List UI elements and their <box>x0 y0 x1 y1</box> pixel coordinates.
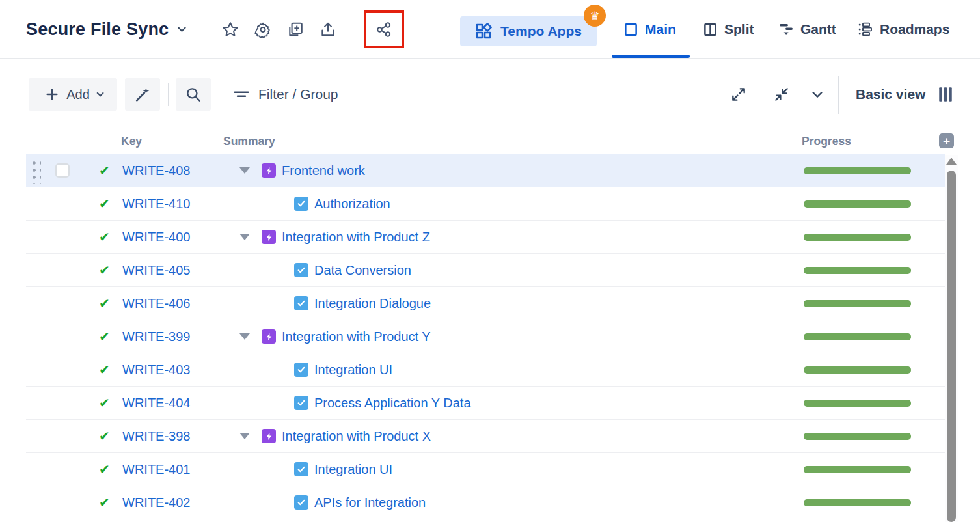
done-check-icon: ✔ <box>99 462 110 476</box>
summary-cell: Integration UI <box>225 353 804 386</box>
star-icon[interactable] <box>222 21 239 38</box>
split-view-icon <box>703 22 718 37</box>
table-row[interactable]: ✔ WRITE-398 Integration with Product X <box>26 420 945 453</box>
table-row[interactable]: ✔ WRITE-401 Integration UI <box>26 453 945 486</box>
column-header-progress[interactable]: Progress <box>802 135 851 148</box>
tempo-apps-label: Tempo Apps <box>500 23 582 39</box>
table-row[interactable]: ✔ WRITE-403 Integration UI <box>26 353 945 387</box>
issue-summary-link[interactable]: Integration Dialogue <box>314 296 431 311</box>
wand-button[interactable] <box>125 78 160 111</box>
summary-cell: Integration with Product X <box>225 420 804 452</box>
issue-key-link[interactable]: WRITE-400 <box>122 230 190 244</box>
tab-split[interactable]: Split <box>703 0 754 59</box>
done-check-icon: ✔ <box>99 163 110 178</box>
search-button[interactable] <box>176 78 211 111</box>
issue-table: ✔ WRITE-408 Frontend work <box>26 154 945 519</box>
key-cell: WRITE-400 <box>122 230 225 245</box>
summary-cell: Integration with Product Y <box>225 320 804 353</box>
progress-cell <box>804 267 945 274</box>
toolbar-divider <box>838 76 839 114</box>
summary-cell: APIs for Integration <box>225 486 804 519</box>
expand-toggle-icon[interactable] <box>239 333 250 340</box>
progress-cell <box>804 234 945 241</box>
add-button-label: Add <box>66 87 90 102</box>
table-row[interactable]: ✔ WRITE-410 Authorization <box>26 187 945 221</box>
issue-key-link[interactable]: WRITE-398 <box>122 429 190 443</box>
summary-cell: Frontend work <box>225 154 804 187</box>
issue-key-link[interactable]: WRITE-403 <box>122 363 190 377</box>
issue-summary-link[interactable]: Data Conversion <box>314 263 411 278</box>
scroll-up-icon[interactable] <box>946 158 957 165</box>
copy-add-icon[interactable] <box>287 21 304 38</box>
expand-toggle-icon[interactable] <box>239 433 250 439</box>
collapse-all-button[interactable] <box>773 86 790 103</box>
expand-toggle-icon[interactable] <box>239 234 250 240</box>
structure-title-group[interactable]: Secure File Sync <box>26 0 185 59</box>
column-header-key[interactable]: Key <box>121 135 142 148</box>
tempo-apps-icon <box>475 23 492 40</box>
columns-icon[interactable] <box>937 86 954 103</box>
table-row[interactable]: ✔ WRITE-405 Data Conversion <box>26 254 945 287</box>
done-check-icon: ✔ <box>99 230 110 244</box>
expand-toggle-icon[interactable] <box>239 167 250 174</box>
tab-gantt[interactable]: Gantt <box>778 0 836 59</box>
table-row[interactable]: ✔ WRITE-402 APIs for Integration <box>26 486 945 519</box>
key-cell: WRITE-404 <box>122 396 225 411</box>
issue-key-link[interactable]: WRITE-405 <box>122 263 190 277</box>
filter-group-label: Filter / Group <box>258 87 338 102</box>
row-controls <box>26 486 99 519</box>
issue-summary-link[interactable]: Frontend work <box>282 163 365 178</box>
chevron-down-icon[interactable] <box>809 86 826 103</box>
main-view-icon <box>623 22 638 37</box>
filter-group-button[interactable]: Filter / Group <box>233 78 338 111</box>
table-row[interactable]: ✔ WRITE-400 Integration with Product Z <box>26 221 945 254</box>
row-select-checkbox[interactable] <box>55 163 70 178</box>
issue-key-link[interactable]: WRITE-408 <box>122 163 190 178</box>
done-check-icon: ✔ <box>99 396 110 410</box>
tab-roadmaps[interactable]: Roadmaps <box>858 0 949 59</box>
key-cell: WRITE-405 <box>122 263 225 278</box>
issue-key-link[interactable]: WRITE-399 <box>122 329 190 344</box>
progress-bar <box>804 466 911 473</box>
epic-icon <box>262 230 276 244</box>
row-controls <box>26 287 99 320</box>
filter-icon <box>233 86 250 103</box>
table-row[interactable]: ✔ WRITE-406 Integration Dialogue <box>26 287 945 320</box>
expand-all-button[interactable] <box>730 86 747 103</box>
tab-main[interactable]: Main <box>623 0 676 59</box>
tempo-apps-button[interactable]: Tempo Apps ♛ <box>460 16 597 46</box>
issue-summary-link[interactable]: Integration UI <box>314 363 392 378</box>
issue-summary-link[interactable]: Integration with Product Y <box>282 329 431 344</box>
issue-key-link[interactable]: WRITE-406 <box>122 296 190 310</box>
wand-icon <box>134 86 151 103</box>
chevron-down-icon[interactable] <box>178 23 186 32</box>
issue-summary-link[interactable]: Integration with Product Z <box>282 230 430 245</box>
key-cell: WRITE-406 <box>122 296 225 311</box>
issue-key-link[interactable]: WRITE-401 <box>122 462 190 476</box>
issue-summary-link[interactable]: APIs for Integration <box>314 495 426 510</box>
issue-key-link[interactable]: WRITE-402 <box>122 495 190 510</box>
add-button[interactable]: Add <box>29 78 117 111</box>
scrollbar-thumb[interactable] <box>947 171 956 522</box>
vertical-scrollbar[interactable] <box>945 155 958 522</box>
task-icon <box>294 263 308 277</box>
issue-summary-link[interactable]: Process Application Y Data <box>314 396 471 411</box>
issue-key-link[interactable]: WRITE-404 <box>122 396 190 410</box>
gear-icon[interactable] <box>254 21 271 38</box>
issue-summary-link[interactable]: Authorization <box>314 197 390 212</box>
issue-summary-link[interactable]: Integration UI <box>314 462 392 477</box>
share-icon[interactable] <box>375 21 392 38</box>
issue-key-link[interactable]: WRITE-410 <box>122 197 190 211</box>
progress-cell <box>804 167 945 174</box>
column-header-summary[interactable]: Summary <box>223 135 275 148</box>
table-row[interactable]: ✔ WRITE-399 Integration with Product Y <box>26 320 945 353</box>
add-column-button[interactable]: + <box>939 133 954 148</box>
drag-handle-icon[interactable] <box>30 159 41 184</box>
issue-summary-link[interactable]: Integration with Product X <box>282 429 431 444</box>
progress-cell <box>804 366 945 374</box>
table-row[interactable]: ✔ WRITE-404 Process Application Y Data <box>26 387 945 420</box>
summary-cell: Process Application Y Data <box>225 387 804 419</box>
view-selector[interactable]: Basic view <box>856 78 925 111</box>
export-icon[interactable] <box>320 21 336 38</box>
table-row[interactable]: ✔ WRITE-408 Frontend work <box>26 154 945 187</box>
